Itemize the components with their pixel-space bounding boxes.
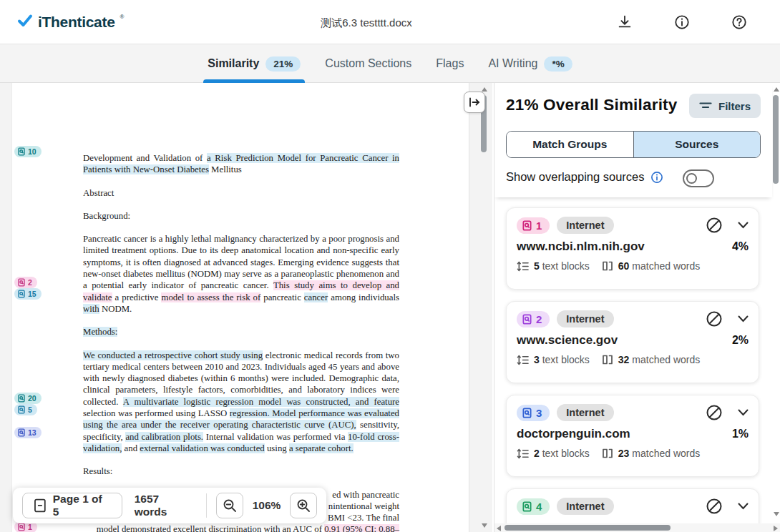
highlighted-match-text[interactable]: Methods: bbox=[83, 327, 117, 337]
text-blocks-icon bbox=[517, 448, 529, 459]
tab-custom-sections-label: Custom Sections bbox=[325, 57, 411, 70]
source-card[interactable]: 2 Internet www.science.gov 2% 3 text blo… bbox=[506, 301, 759, 383]
match-marker-number: 15 bbox=[28, 290, 36, 298]
tab-ai-writing[interactable]: AI Writing *% bbox=[488, 44, 572, 83]
filters-button[interactable]: Filters bbox=[689, 94, 761, 118]
panel-scroll-down-arrow[interactable] bbox=[774, 512, 779, 516]
document-title: 测试6.3 testttt.docx bbox=[321, 16, 412, 30]
document-paragraph: Pancreatic cancer is a highly lethal mal… bbox=[83, 233, 399, 315]
highlighted-match-text[interactable]: A multivariate logistic regression model… bbox=[123, 397, 399, 407]
panel-scroll-left-arrow[interactable] bbox=[497, 526, 501, 531]
source-percent: 2% bbox=[732, 334, 749, 347]
match-doc-icon bbox=[18, 278, 25, 287]
match-marker[interactable]: 13 bbox=[14, 427, 42, 438]
text-blocks-meta: 2 text blocks bbox=[517, 448, 590, 459]
chevron-down-icon[interactable] bbox=[738, 222, 749, 229]
tab-flags[interactable]: Flags bbox=[436, 44, 464, 83]
zoom-in-button[interactable] bbox=[290, 493, 317, 518]
panel-scroll-right-arrow[interactable] bbox=[774, 526, 778, 531]
exclude-source-icon[interactable] bbox=[706, 310, 723, 327]
show-overlapping-sources-label: Show overlapping sources bbox=[506, 170, 645, 184]
match-marker[interactable]: 10 bbox=[14, 146, 42, 157]
source-card[interactable]: 1 Internet www.ncbi.nlm.nih.gov 4% 5 tex… bbox=[506, 207, 759, 290]
highlighted-match-text[interactable]: 0.91 (95% CI: 0.88– bbox=[324, 524, 399, 532]
source-doc-icon bbox=[522, 220, 532, 231]
source-domain: www.ncbi.nlm.nih.gov bbox=[517, 240, 645, 254]
sources-tab[interactable]: Sources bbox=[633, 132, 761, 157]
page-indicator: Page 1 of 5 bbox=[53, 493, 111, 518]
chevron-down-icon[interactable] bbox=[738, 315, 749, 322]
source-number: 2 bbox=[536, 313, 542, 325]
page-icon bbox=[34, 498, 47, 513]
match-marker[interactable]: 15 bbox=[14, 288, 42, 300]
document-viewer-pane: Development and Validation of a Risk Pre… bbox=[0, 83, 492, 532]
matched-words-meta: 23 matched words bbox=[602, 448, 700, 459]
panel-scroll-up-arrow[interactable] bbox=[774, 87, 779, 92]
logo-text: iThenticate bbox=[38, 13, 115, 31]
chevron-down-icon[interactable] bbox=[738, 409, 749, 416]
match-groups-tab[interactable]: Match Groups bbox=[507, 132, 633, 157]
document-scrollbar[interactable] bbox=[479, 83, 489, 532]
ithenticate-logo: iThenticate ® bbox=[17, 13, 124, 31]
panel-horizontal-scrollbar[interactable] bbox=[494, 523, 780, 532]
match-doc-icon bbox=[18, 147, 25, 156]
source-type-badge: Internet bbox=[557, 310, 613, 327]
match-marker[interactable]: 2 bbox=[14, 277, 37, 288]
overlapping-sources-toggle[interactable] bbox=[683, 169, 714, 187]
plain-text: using bbox=[265, 443, 289, 453]
plain-text: a predictive bbox=[112, 292, 162, 302]
matched-words-icon bbox=[602, 260, 613, 272]
plain-text: selection was performed using LASSO bbox=[83, 408, 230, 418]
overlap-info-icon[interactable] bbox=[650, 171, 663, 184]
source-domain: www.science.gov bbox=[517, 333, 618, 348]
zoom-out-button[interactable] bbox=[216, 493, 243, 518]
document-paragraph: Development and Validation of a Risk Pre… bbox=[83, 152, 399, 176]
scroll-down-arrow[interactable] bbox=[482, 523, 487, 528]
highlighted-match-text[interactable]: a separate cohort. bbox=[289, 443, 354, 453]
info-icon[interactable] bbox=[674, 14, 690, 30]
text-blocks-meta: 3 text blocks bbox=[517, 354, 590, 365]
highlighted-match-text[interactable]: model to assess the risk of bbox=[161, 292, 260, 302]
document-text: Development and Validation of a Risk Pre… bbox=[83, 152, 399, 532]
source-number-badge: 1 bbox=[517, 217, 550, 234]
panel-scrollbar[interactable] bbox=[771, 83, 780, 532]
exclude-source-icon[interactable] bbox=[706, 404, 723, 421]
source-type-badge: Internet bbox=[557, 217, 613, 234]
source-doc-icon bbox=[522, 314, 532, 325]
chevron-down-icon[interactable] bbox=[738, 503, 749, 510]
filters-label: Filters bbox=[718, 100, 751, 112]
match-doc-icon bbox=[18, 428, 25, 437]
exclude-source-icon[interactable] bbox=[706, 498, 723, 515]
highlighted-match-text[interactable]: cancer bbox=[304, 292, 328, 302]
source-doc-icon bbox=[522, 408, 532, 418]
filter-icon bbox=[699, 101, 712, 111]
panel-scrollbar-thumb[interactable] bbox=[773, 95, 779, 184]
source-type-badge: Internet bbox=[557, 498, 613, 515]
highlighted-match-text[interactable]: We conducted a retrospective cohort stud… bbox=[83, 350, 263, 360]
download-icon[interactable] bbox=[617, 14, 633, 30]
source-number: 4 bbox=[536, 501, 542, 513]
tab-ai-writing-label: AI Writing bbox=[488, 57, 537, 70]
help-icon[interactable] bbox=[731, 14, 747, 30]
page-selector-button[interactable]: Page 1 of 5 bbox=[22, 493, 122, 518]
footer-divider bbox=[206, 493, 207, 518]
expand-panel-button[interactable] bbox=[464, 92, 485, 113]
exclude-source-icon[interactable] bbox=[706, 217, 723, 234]
panel-horizontal-scrollbar-thumb[interactable] bbox=[504, 525, 671, 531]
tab-custom-sections[interactable]: Custom Sections bbox=[325, 44, 411, 83]
similarity-panel: 21% Overall Similarity Filters Match Gro… bbox=[494, 83, 780, 532]
tab-similarity-label: Similarity bbox=[208, 57, 259, 70]
highlighted-match-text[interactable]: and calibration plots. bbox=[125, 432, 203, 442]
match-marker-number: 13 bbox=[28, 428, 36, 437]
match-marker[interactable]: 5 bbox=[14, 404, 37, 415]
source-card[interactable]: 3 Internet doctorpenguin.com 1% 2 text b… bbox=[506, 395, 759, 477]
matched-words-meta: 60 matched words bbox=[602, 260, 700, 272]
match-marker[interactable]: 20 bbox=[14, 393, 42, 404]
highlighted-match-text[interactable]: with bbox=[83, 304, 99, 314]
tab-similarity[interactable]: Similarity 21% bbox=[208, 44, 301, 83]
source-number-badge: 4 bbox=[517, 498, 550, 515]
scroll-up-arrow[interactable] bbox=[482, 87, 487, 92]
match-doc-icon bbox=[18, 405, 25, 414]
plain-text: ed with pancreatic bbox=[332, 490, 399, 500]
highlighted-match-text[interactable]: external validation was conducted bbox=[140, 443, 264, 453]
